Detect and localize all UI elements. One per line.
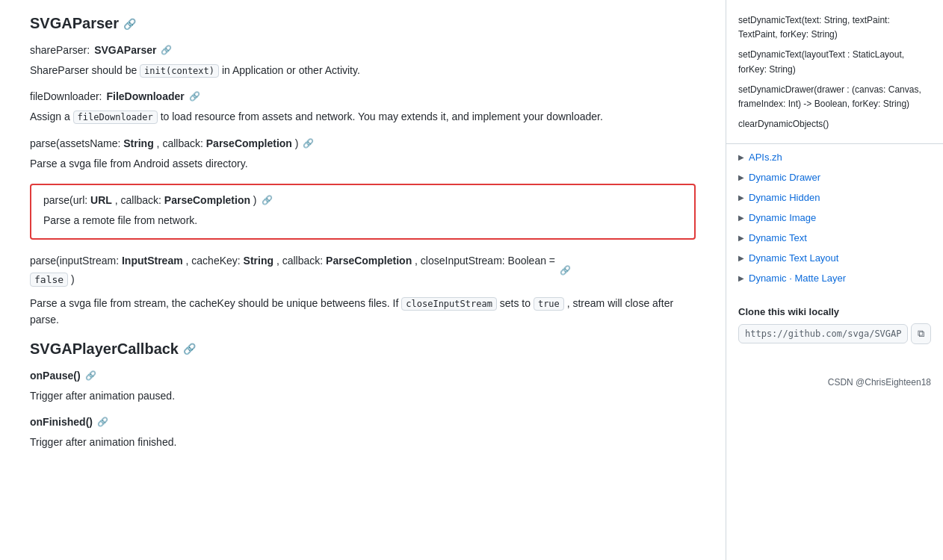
shareparser-desc-pre: ShareParser should be	[30, 64, 140, 76]
sidebar-item-dynamic-matte-layer[interactable]: ▶ Dynamic · Matte Layer	[726, 268, 943, 288]
watermark: CSDN @ChrisEighteen18	[726, 371, 943, 393]
sidebar-item-label: Dynamic Image	[749, 212, 816, 223]
sidebar-text-line3: setDynamicDrawer(drawer : (canvas: Canva…	[738, 83, 931, 111]
parse-url-block: parse(url: URL , callback: ParseCompleti…	[30, 184, 696, 239]
sidebar-item-label: Dynamic Text	[749, 232, 807, 243]
callback-link-icon[interactable]: 🔗	[183, 343, 196, 355]
filedownloader-label: fileDownloader:	[30, 90, 102, 102]
filedownloader-type: FileDownloader	[107, 90, 185, 102]
filedownloader-code: fileDownloader	[73, 111, 158, 124]
sidebar-text-line4: clearDynamicObjects()	[738, 117, 931, 131]
parse-url-desc: Parse a remote file from network.	[43, 212, 682, 228]
sidebar-text-block: setDynamicText(text: String, textPaint: …	[726, 7, 943, 144]
clone-input-row: ⧉	[738, 323, 931, 344]
shareparser-code: init(context)	[140, 64, 219, 78]
sidebar-item-label: Dynamic · Matte Layer	[749, 273, 846, 284]
parse-stream-desc: Parse a svga file from stream, the cache…	[30, 295, 696, 329]
chevron-right-icon: ▶	[738, 173, 744, 181]
on-pause-method: onPause()	[30, 370, 81, 382]
parse-url-heading: parse(url: URL , callback: ParseCompleti…	[43, 194, 682, 206]
chevron-right-icon: ▶	[738, 193, 744, 202]
svgaparser-link-icon[interactable]: 🔗	[123, 18, 136, 30]
filedownloader-desc: Assign a fileDownloader to load resource…	[30, 108, 696, 125]
shareparser-link-icon[interactable]: 🔗	[161, 45, 172, 55]
on-pause-desc: Trigger after animation paused.	[30, 388, 696, 404]
parse-url-link-icon[interactable]: 🔗	[262, 195, 273, 205]
on-finished-heading: onFinished() 🔗	[30, 416, 696, 428]
on-finished-link-icon[interactable]: 🔗	[97, 417, 108, 427]
clone-url-input[interactable]	[738, 324, 908, 343]
shareparser-label: shareParser:	[30, 44, 90, 56]
callback-title: SVGAPlayerCallback	[30, 340, 179, 358]
sidebar: setDynamicText(text: String, textPaint: …	[726, 0, 943, 560]
clone-title: Clone this wiki locally	[738, 306, 931, 317]
sidebar-item-label: Dynamic Hidden	[749, 192, 820, 203]
svgaparser-title: SVGAParser	[30, 15, 119, 32]
parse-stream-link-icon[interactable]: 🔗	[560, 265, 571, 276]
copy-url-button[interactable]: ⧉	[911, 323, 931, 344]
filedownloader-desc-pre: Assign a	[30, 111, 73, 122]
main-content: SVGAParser 🔗 shareParser: SVGAParser 🔗 S…	[0, 0, 726, 560]
sidebar-item-dynamic-text-layout[interactable]: ▶ Dynamic Text Layout	[726, 248, 943, 268]
sidebar-item-label: Dynamic Drawer	[749, 172, 820, 183]
filedownloader-heading: fileDownloader: FileDownloader 🔗	[30, 90, 696, 102]
on-pause-heading: onPause() 🔗	[30, 370, 696, 382]
on-finished-desc: Trigger after animation finished.	[30, 434, 696, 450]
svgaparser-heading: SVGAParser 🔗	[30, 15, 696, 32]
sidebar-item-apis-zh[interactable]: ▶ APIs.zh	[726, 147, 943, 167]
parse-assets-heading: parse(assetsName: String , callback: Par…	[30, 137, 696, 149]
on-finished-method: onFinished()	[30, 416, 93, 428]
chevron-right-icon: ▶	[738, 274, 744, 282]
sidebar-item-dynamic-drawer[interactable]: ▶ Dynamic Drawer	[726, 167, 943, 187]
chevron-right-icon: ▶	[738, 214, 744, 222]
sidebar-item-dynamic-text[interactable]: ▶ Dynamic Text	[726, 228, 943, 248]
filedownloader-desc-post: to load resource from assets and network…	[158, 111, 603, 122]
shareparser-type: SVGAParser	[94, 44, 156, 56]
chevron-right-icon: ▶	[738, 153, 744, 161]
callback-heading: SVGAPlayerCallback 🔗	[30, 340, 696, 358]
sidebar-nav: ▶ APIs.zh ▶ Dynamic Drawer ▶ Dynamic Hid…	[726, 147, 943, 288]
sidebar-item-label: Dynamic Text Layout	[749, 252, 838, 264]
shareparser-heading: shareParser: SVGAParser 🔗	[30, 44, 696, 56]
parse-stream-heading: parse(inputStream: InputStream , cacheKe…	[30, 252, 696, 289]
sidebar-text-line1: setDynamicText(text: String, textPaint: …	[738, 13, 931, 42]
parse-assets-desc: Parse a svga file from Android assets di…	[30, 155, 696, 172]
sidebar-text-line2: setDynamicText(layoutText : StaticLayout…	[738, 48, 931, 76]
on-pause-link-icon[interactable]: 🔗	[85, 370, 96, 381]
sidebar-item-label: APIs.zh	[749, 152, 782, 163]
filedownloader-link-icon[interactable]: 🔗	[189, 91, 200, 102]
chevron-right-icon: ▶	[738, 234, 744, 242]
sidebar-item-dynamic-image[interactable]: ▶ Dynamic Image	[726, 208, 943, 228]
sidebar-item-dynamic-hidden[interactable]: ▶ Dynamic Hidden	[726, 187, 943, 208]
clone-section: Clone this wiki locally ⧉	[726, 294, 943, 356]
shareparser-desc-post: in Application or other Activity.	[219, 64, 360, 76]
parse-assets-label: parse(assetsName: String , callback: Par…	[30, 137, 298, 149]
chevron-right-icon: ▶	[738, 254, 744, 262]
parse-assets-link-icon[interactable]: 🔗	[303, 138, 314, 149]
shareparser-desc: ShareParser should be init(context) in A…	[30, 62, 696, 78]
